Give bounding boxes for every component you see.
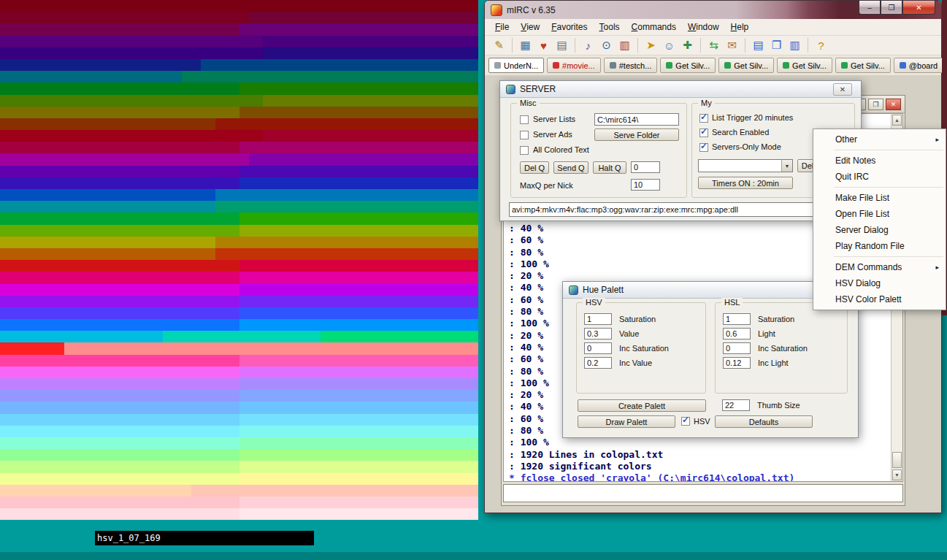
sound-icon[interactable]: ♪ [580,37,597,54]
menu-help[interactable]: Help [725,20,755,34]
combo-arrow-icon[interactable]: ▼ [781,160,792,172]
palette-stripe-row [0,212,478,224]
draw-palett-button[interactable]: Draw Palett [578,415,675,428]
child-restore-button[interactable]: ❐ [868,99,883,110]
channel-icon [494,62,501,69]
palette-stripe-seg [182,71,478,83]
timer-icon[interactable]: ⊙ [598,37,615,54]
server-lists-checkbox[interactable] [520,115,529,124]
palette-stripe-row [0,71,478,83]
hsv-inc-saturation-input[interactable] [584,342,612,354]
child-close-button[interactable]: ✕ [886,99,901,110]
defaults-button[interactable]: Defaults [715,415,813,428]
menu-commands[interactable]: Commands [626,20,682,34]
palette-stripe-seg [0,0,478,12]
menu-item-quit-irc[interactable]: Quit IRC [813,169,946,185]
server-ads-checkbox[interactable] [520,131,529,139]
switchbar-button[interactable]: Get Silv... [660,58,716,73]
palette-stripe-seg [263,36,478,47]
channel-list-icon[interactable]: ▦ [517,37,534,54]
menu-tools[interactable]: Tools [594,20,626,34]
del-q-button[interactable]: Del Q [520,161,549,174]
hsv-saturation-input[interactable] [584,313,612,325]
menu-item-play-random-file[interactable]: Play Random File [813,238,946,254]
switchbar-button[interactable]: #movie... [547,58,601,73]
serve-folder-button[interactable]: Serve Folder [594,129,679,141]
palette-stripe-row [0,177,478,189]
server-lists-input[interactable] [594,113,679,126]
timers-button[interactable]: Timers ON : 20min [698,177,793,189]
menu-file[interactable]: File [489,20,515,34]
scroll-up-icon[interactable]: ▲ [892,115,902,126]
menu-item-edit-notes[interactable]: Edit Notes [813,153,946,169]
hsv-value-input[interactable] [584,328,612,340]
hsl-inc-light-input[interactable] [723,357,751,369]
palette-stripe-row [0,0,478,12]
add-user-icon[interactable]: ✚ [679,37,696,54]
toolbar-separator [637,38,638,53]
check-icon: ✓ [682,415,689,425]
send-q-button[interactable]: Send Q [553,161,588,174]
window-list-icon[interactable]: ▥ [786,37,803,54]
hsl-inc-saturation-input[interactable] [723,342,751,354]
maxq-label: MaxQ per Nick [520,181,573,190]
menu-favorites[interactable]: Favorites [545,20,593,34]
switchbar-button[interactable]: Get Silv... [718,58,774,73]
menu-item-make-file-list[interactable]: Make File List [813,190,946,206]
thumb-size-input[interactable] [722,399,750,411]
palette-stripe-row [0,390,478,402]
menu-item-dem-commands[interactable]: DEM Commands ▸ [813,259,946,275]
scroll-down-icon[interactable]: ▼ [892,469,902,480]
servers-only-label: Servers-Only Mode [712,142,781,151]
halt-q-input[interactable] [631,161,660,173]
menu-item-hsv-color-palett[interactable]: HSV Color Palett [813,291,946,307]
chat-icon[interactable]: ✉ [724,37,740,54]
menu-item-open-file-list[interactable]: Open File List [813,206,946,222]
switchbar-button[interactable]: #testch... [604,58,658,73]
dcc-send-icon[interactable]: ⇆ [705,37,722,54]
menu-item-hsv-dialog[interactable]: HSV Dialog [813,275,946,291]
filetypes-input[interactable] [509,202,854,217]
scroll-thumb[interactable] [892,452,902,468]
message-input[interactable] [503,484,903,502]
hsl-light-input[interactable] [723,328,751,340]
server-dialog-close-icon[interactable]: ✕ [833,83,852,96]
user-icon[interactable]: ☺ [661,37,678,54]
server-combobox[interactable]: ▼ [698,159,793,172]
switchbar-button[interactable]: UnderN... [488,58,544,73]
favorites-icon[interactable]: ♥ [535,37,552,54]
window-tile-icon[interactable]: ▤ [750,37,767,54]
maximize-button[interactable]: ❐ [881,1,902,15]
window-titlebar[interactable]: mIRC v 6.35 – ❐ ✕ [485,1,941,19]
script-editor-icon[interactable]: ✎ [491,37,507,54]
minimize-button[interactable]: – [859,1,881,15]
all-colored-text-checkbox[interactable] [520,146,529,155]
maxq-input[interactable] [631,179,660,191]
help-icon[interactable]: ? [813,37,829,54]
close-button[interactable]: ✕ [902,1,935,15]
notepad-icon[interactable]: ▤ [553,37,570,54]
connect-icon[interactable]: ➤ [643,37,659,54]
create-palett-button[interactable]: Create Palett [578,399,706,412]
servers-only-checkbox[interactable]: ✓ [699,143,708,152]
list-trigger-checkbox[interactable]: ✓ [699,114,708,123]
palette-stripe-seg [0,201,215,212]
menu-view[interactable]: View [515,20,545,34]
hsv-inc-value-input[interactable] [584,357,612,369]
window-cascade-icon[interactable]: ❐ [768,37,785,54]
search-enabled-checkbox[interactable]: ✓ [699,129,708,137]
hsv-checkbox[interactable]: ✓ [681,417,690,426]
hsl-saturation-input[interactable] [723,313,751,325]
server-dialog-titlebar[interactable]: SERVER ✕ [500,81,861,98]
channel-icon [610,62,616,69]
hsv-group-label: HSV [583,298,605,307]
switchbar-button[interactable]: Get Silv... [835,58,891,73]
halt-q-button[interactable]: Halt Q [593,161,626,174]
menu-item-other[interactable]: Other ▸ [813,131,946,147]
menu-item-server-dialog[interactable]: Server Dialog [813,222,946,238]
switchbar-button[interactable]: Get Silv... [777,58,832,73]
switchbar-button[interactable]: @board [894,58,943,73]
menu-window[interactable]: Window [682,20,725,34]
palette-stripe-seg [239,390,479,402]
books-icon[interactable]: ▥ [616,37,633,54]
